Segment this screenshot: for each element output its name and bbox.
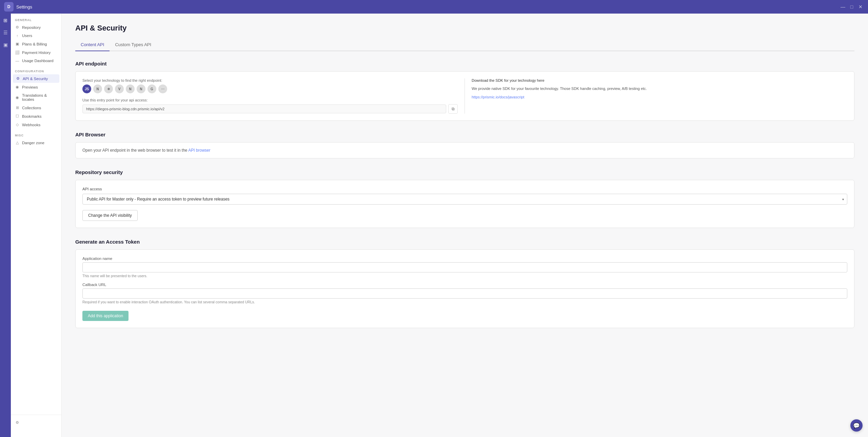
sidebar-item-payment-history[interactable]: ⬜ Payment History (11, 48, 61, 57)
app-icon[interactable]: D (4, 2, 14, 12)
api-access-select-wrapper: Public API for Master only - Require an … (82, 194, 847, 205)
use-entry-label: Use this entry point for your api access… (82, 98, 458, 102)
rail-icon-media[interactable]: ▣ (1, 41, 9, 49)
sidebar-label-users: Users (22, 34, 32, 38)
sidebar-item-previews[interactable]: ◉ Previews (11, 83, 61, 91)
sidebar-label-usage: Usage Dashboard (22, 59, 54, 63)
api-endpoint-left: Select your technology to find the right… (82, 78, 465, 114)
settings-icon: ⚙ (15, 420, 20, 425)
api-browser-card: Open your API endpoint in the web browse… (75, 142, 854, 158)
api-security-icon: ⚙ (16, 76, 20, 81)
tech-icon-nuxt[interactable]: N (126, 84, 135, 93)
api-access-select[interactable]: Public API for Master only - Require an … (82, 194, 847, 205)
sidebar-item-translations[interactable]: ◉ Translations & locales (11, 91, 61, 103)
sdk-link[interactable]: https://prismic.io/docs/javascript (472, 95, 524, 99)
api-browser-section: API Browser Open your API endpoint in th… (75, 132, 854, 158)
webhooks-icon: ◇ (15, 122, 20, 127)
api-endpoint-right: Download the SDK for your technology her… (465, 78, 847, 114)
copy-url-button[interactable]: ⧉ (448, 104, 458, 114)
sidebar-label-bookmarks: Bookmarks (22, 114, 42, 118)
sidebar-item-api-security[interactable]: ⚙ API & Security (13, 74, 59, 83)
repository-security-section: Repository security API access Public AP… (75, 169, 854, 228)
tech-icon-next[interactable]: N (137, 84, 145, 93)
sidebar-item-repository[interactable]: ⚙ Repository (11, 23, 61, 32)
sidebar: General ⚙ Repository ↑ Users ▣ Plans & B… (11, 14, 62, 437)
sidebar-item-collections[interactable]: ⊞ Collections (11, 103, 61, 112)
sidebar-label-repository: Repository (22, 25, 41, 30)
api-browser-link[interactable]: API browser (188, 148, 210, 153)
api-access-label: API access (82, 187, 847, 191)
generate-token-title: Generate an Access Token (75, 239, 854, 245)
api-endpoint-grid: Select your technology to find the right… (82, 78, 847, 114)
sidebar-item-usage-dashboard[interactable]: — Usage Dashboard (11, 57, 61, 65)
chat-bubble[interactable]: 💬 (850, 419, 863, 432)
rail-icon-content[interactable]: ☰ (1, 28, 9, 37)
repo-security-card: API access Public API for Master only - … (75, 180, 854, 228)
layout: ⊞ ☰ ▣ General ⚙ Repository ↑ Users ▣ Pla… (0, 14, 868, 437)
tab-custom-types-api[interactable]: Custom Types API (110, 39, 157, 51)
minimize-icon[interactable]: — (840, 3, 846, 10)
usage-icon: — (15, 59, 20, 63)
app-name-group: Application name This name will be prese… (82, 256, 847, 278)
app-name-hint: This name will be presented to the users… (82, 274, 847, 278)
add-application-button[interactable]: Add this application (82, 311, 129, 321)
topbar-right: — □ ✕ (840, 3, 864, 10)
tech-icons: JS N ⚛ V N N G ⋯ (82, 84, 458, 93)
copy-icon: ⧉ (452, 107, 455, 111)
api-url-row: ⧉ (82, 104, 458, 114)
api-browser-title: API Browser (75, 132, 854, 137)
api-url-input[interactable] (82, 104, 446, 113)
tech-icon-vue[interactable]: V (115, 84, 124, 93)
sidebar-item-plans-billing[interactable]: ▣ Plans & Billing (11, 40, 61, 48)
generate-token-card: Application name This name will be prese… (75, 249, 854, 328)
sidebar-label-previews: Previews (22, 85, 38, 89)
tech-icon-node[interactable]: N (93, 84, 102, 93)
tech-icon-js[interactable]: JS (82, 84, 91, 93)
sidebar-section-configuration: Configuration (11, 65, 61, 74)
tech-icon-more[interactable]: ⋯ (158, 84, 167, 93)
api-endpoint-title: API endpoint (75, 61, 854, 66)
sidebar-label-collections: Collections (22, 106, 41, 110)
sidebar-item-settings[interactable]: ⚙ (15, 419, 57, 426)
sidebar-item-webhooks[interactable]: ◇ Webhooks (11, 120, 61, 129)
select-tech-label: Select your technology to find the right… (82, 78, 458, 82)
sidebar-item-bookmarks[interactable]: ☐ Bookmarks (11, 112, 61, 120)
sidebar-section-misc: Misc (11, 129, 61, 138)
callback-url-label: Callback URL (82, 283, 847, 287)
sidebar-label-payment: Payment History (22, 51, 51, 55)
sidebar-label-danger: Danger zone (22, 141, 44, 145)
previews-icon: ◉ (15, 85, 20, 89)
topbar-left: D Settings (4, 2, 32, 12)
download-sdk-label: Download the SDK for your technology her… (472, 78, 847, 82)
callback-url-group: Callback URL Required if you want to ena… (82, 283, 847, 304)
bookmarks-icon: ☐ (15, 114, 20, 118)
tabs: Content API Custom Types API (75, 39, 854, 51)
sidebar-section-general: General (11, 14, 61, 23)
app-name-label: Application name (82, 256, 847, 261)
sidebar-label-plans: Plans & Billing (22, 42, 47, 46)
sidebar-item-users[interactable]: ↑ Users (11, 32, 61, 40)
page-title: API & Security (75, 24, 854, 33)
sidebar-item-danger-zone[interactable]: △ Danger zone (11, 138, 61, 147)
maximize-icon[interactable]: □ (848, 3, 855, 10)
api-endpoint-card: Select your technology to find the right… (75, 71, 854, 121)
sidebar-label-translations: Translations & locales (22, 93, 57, 101)
api-endpoint-section: API endpoint Select your technology to f… (75, 61, 854, 121)
repository-icon: ⚙ (15, 25, 20, 30)
sdk-description: We provide native SDK for your favourite… (472, 86, 847, 92)
tab-content-api[interactable]: Content API (75, 39, 110, 51)
callback-url-input[interactable] (82, 288, 847, 299)
change-visibility-button[interactable]: Change the API visibility (82, 210, 138, 221)
tech-icon-react[interactable]: ⚛ (104, 84, 113, 93)
translations-icon: ◉ (15, 95, 20, 100)
close-icon[interactable]: ✕ (857, 3, 864, 10)
rail-icon-home[interactable]: ⊞ (1, 16, 9, 24)
tech-icon-gatsby[interactable]: G (147, 84, 156, 93)
main-content: API & Security Content API Custom Types … (62, 14, 868, 437)
collections-icon: ⊞ (15, 106, 20, 110)
repo-security-title: Repository security (75, 169, 854, 175)
callback-url-hint: Required if you want to enable interacti… (82, 300, 847, 304)
app-name-input[interactable] (82, 262, 847, 272)
danger-icon: △ (15, 140, 20, 145)
sidebar-settings-bottom: ⚙ (11, 415, 61, 430)
